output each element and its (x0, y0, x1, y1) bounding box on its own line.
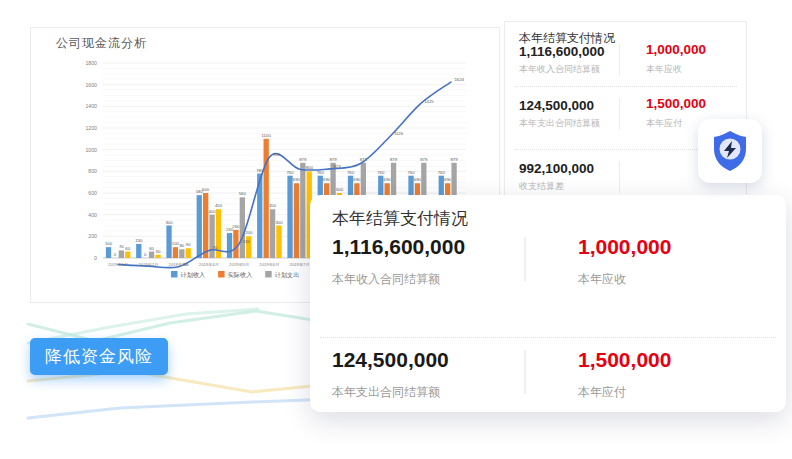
svg-text:690: 690 (444, 177, 452, 182)
svg-text:400: 400 (208, 209, 216, 214)
panel-income-settled-value: 1,116,600,000 (519, 44, 605, 59)
svg-text:100: 100 (105, 241, 113, 246)
panel-receivable-label: 本年应收 (646, 63, 682, 76)
svg-text:300: 300 (275, 220, 283, 225)
panel-balance-value: 992,100,000 (519, 161, 594, 176)
svg-text:450: 450 (215, 203, 223, 208)
svg-text:760: 760 (347, 170, 355, 175)
popup-expense-settled-value: 124,500,000 (332, 348, 449, 372)
svg-text:1100: 1100 (262, 133, 272, 138)
svg-text:计划支出: 计划支出 (275, 271, 300, 279)
panel-payable-label: 本年应付 (646, 117, 682, 130)
svg-text:1200: 1200 (85, 125, 97, 131)
svg-text:2019年3月: 2019年3月 (169, 262, 189, 267)
risk-reduction-badge[interactable]: 降低资金风险 (30, 338, 168, 375)
svg-text:2019年1月: 2019年1月 (108, 262, 128, 267)
svg-text:1425: 1425 (424, 99, 434, 104)
svg-text:600: 600 (202, 187, 210, 192)
svg-text:实际收入: 实际收入 (228, 271, 253, 279)
popup-payable-value: 1,500,000 (578, 348, 671, 372)
svg-text:80: 80 (179, 243, 184, 248)
panel-expense-settled-value: 124,500,000 (519, 98, 594, 113)
svg-text:760: 760 (377, 170, 385, 175)
popup-divider (524, 350, 526, 394)
svg-text:60: 60 (149, 246, 154, 251)
svg-text:1400: 1400 (85, 103, 97, 109)
svg-text:2019年5月: 2019年5月 (229, 262, 249, 267)
svg-text:70: 70 (119, 244, 124, 249)
settlement-popup-card: 本年结算支付情况 1,116,600,000 本年收入合同结算额 1,000,0… (310, 195, 786, 412)
svg-text:200: 200 (88, 233, 97, 239)
svg-text:690: 690 (384, 177, 392, 182)
shield-card[interactable] (698, 119, 762, 183)
popup-receivable-value: 1,000,000 (578, 235, 671, 259)
svg-text:1000: 1000 (85, 147, 97, 153)
svg-text:450: 450 (269, 203, 277, 208)
svg-text:400: 400 (88, 212, 97, 218)
popup-title: 本年结算支付情况 (332, 207, 468, 230)
svg-text:0: 0 (94, 255, 97, 261)
svg-text:2019年6月: 2019年6月 (259, 262, 279, 267)
panel-divider (619, 161, 620, 193)
svg-text:690: 690 (293, 177, 301, 182)
popup-income-settled-label: 本年收入合同结算额 (332, 271, 440, 288)
svg-text:560: 560 (239, 191, 247, 196)
risk-reduction-badge-label: 降低资金风险 (45, 347, 153, 366)
popup-expense-settled-label: 本年支出合同结算额 (332, 384, 440, 401)
svg-text:70: 70 (212, 245, 217, 250)
svg-text:1624: 1624 (454, 77, 464, 82)
popup-receivable-label: 本年应收 (578, 271, 626, 288)
svg-text:879: 879 (390, 157, 398, 162)
panel-expense-settled-label: 本年支出合同结算额 (519, 117, 600, 130)
dashboard-page: 公司现金流分析 02004006008001000120014001600180… (0, 0, 792, 459)
popup-payable-label: 本年应付 (578, 384, 626, 401)
svg-text:760: 760 (438, 170, 446, 175)
svg-text:690: 690 (323, 177, 331, 182)
popup-income-settled-value: 1,116,600,000 (332, 235, 465, 259)
svg-text:30: 30 (156, 249, 161, 254)
svg-text:300: 300 (165, 220, 173, 225)
svg-text:1126: 1126 (394, 131, 404, 136)
popup-dotted-divider (320, 337, 776, 338)
panel-balance-label: 收支结算差 (519, 180, 564, 193)
svg-text:计划收入: 计划收入 (181, 271, 206, 278)
svg-text:600: 600 (336, 187, 344, 192)
svg-text:130: 130 (243, 239, 251, 244)
svg-text:800: 800 (88, 168, 97, 174)
svg-text:690: 690 (353, 177, 361, 182)
svg-text:2019年7月: 2019年7月 (290, 262, 310, 267)
panel-divider (619, 98, 620, 130)
svg-text:60: 60 (125, 246, 130, 251)
svg-text:760: 760 (286, 170, 294, 175)
panel-income-settled-label: 本年收入合同结算额 (519, 63, 600, 76)
svg-text:2019年4月: 2019年4月 (199, 262, 219, 267)
svg-text:879: 879 (299, 157, 307, 162)
panel-divider (619, 44, 620, 76)
svg-text:930: 930 (273, 152, 281, 157)
svg-text:823: 823 (333, 164, 341, 169)
svg-text:90: 90 (186, 242, 191, 247)
svg-text:879: 879 (450, 157, 458, 162)
svg-text:260: 260 (232, 224, 240, 229)
svg-text:2019年2月: 2019年2月 (138, 262, 158, 267)
panel-dotted-divider (515, 86, 737, 87)
shield-lightning-icon (710, 129, 750, 173)
svg-text:200: 200 (245, 230, 253, 235)
svg-text:879: 879 (420, 157, 428, 162)
panel-payable-value: 1,500,000 (646, 96, 706, 111)
svg-text:130: 130 (135, 238, 143, 243)
svg-text:1600: 1600 (85, 82, 97, 88)
svg-text:690: 690 (414, 177, 422, 182)
panel-receivable-value: 1,000,000 (646, 42, 706, 57)
svg-text:879: 879 (329, 157, 337, 162)
svg-text:760: 760 (407, 170, 415, 175)
svg-text:1800: 1800 (85, 60, 97, 66)
svg-text:600: 600 (88, 190, 97, 196)
popup-divider (524, 237, 526, 281)
